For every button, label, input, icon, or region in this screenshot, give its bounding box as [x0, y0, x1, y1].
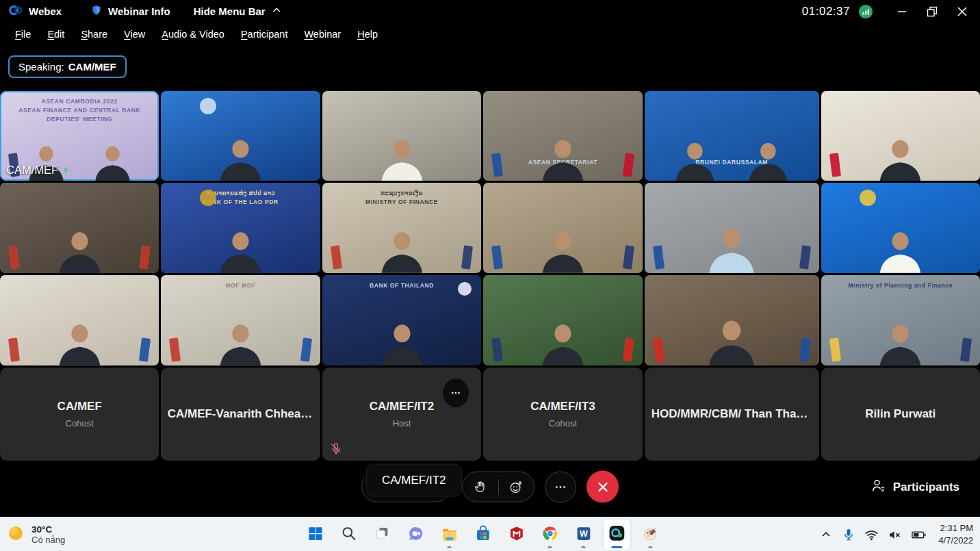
participants-icon [871, 477, 887, 497]
speaking-row: Speaking: CAM/MEF [0, 45, 980, 91]
video-tile-4[interactable]: ASEAN SECRETARIAT [483, 91, 642, 181]
weather-widget[interactable]: 30°C Có nắng [7, 517, 65, 551]
webex-icon [608, 524, 626, 545]
video-tile-6[interactable] [821, 91, 980, 181]
taskbar-clock[interactable]: 2:31 PM 4/7/2022 [938, 522, 973, 546]
mute-button[interactable]: CA/MEF/IT2 [361, 472, 452, 502]
video-tile-9[interactable]: ກະຊວງການເງິນ MINISTRY OF FINANCE [322, 183, 481, 273]
flag-decoration [491, 337, 503, 361]
tile-backdrop-text: BANK OF THAILAND [333, 281, 470, 290]
flag-decoration [491, 245, 503, 269]
participant-name-tile-5[interactable]: HOD/MMR/CBM/ Than Than S… [645, 368, 819, 461]
taskbar-app-start[interactable] [301, 520, 328, 550]
speaker-label-text: CAM/MEF [6, 164, 58, 177]
hide-menu-bar-label: Hide Menu Bar [194, 5, 266, 17]
participant-name: CA/MEF [57, 400, 102, 413]
start-icon [307, 525, 324, 545]
shield-icon [90, 4, 103, 18]
taskbar-app-chrome[interactable] [536, 520, 563, 550]
video-tile-10[interactable] [483, 183, 642, 273]
titlebar: Webex Webinar Info Hide Menu Bar 01:02:3… [0, 0, 980, 23]
active-speaker-label: CAM/MEF [6, 164, 70, 177]
windows-taskbar: 30°C Có nắng W 2:31 PM 4/7/2022 [0, 517, 980, 551]
restore-button[interactable] [918, 2, 946, 21]
video-tile-12[interactable] [821, 183, 980, 273]
flag-decoration [623, 337, 634, 361]
video-tile-14[interactable]: MOF MOF [161, 275, 320, 366]
tile-emblem [860, 190, 876, 206]
speaking-speaker-name: CAM/MEF [68, 61, 116, 73]
muted-mic-icon [329, 441, 343, 455]
app-title: Webex [29, 5, 62, 17]
participant-name-tile-2[interactable]: CA/MEF-Vanarith Chheang [161, 368, 320, 461]
video-tile-3[interactable] [322, 91, 481, 181]
more-options-button[interactable] [545, 471, 576, 502]
participant-name-tile-3[interactable]: CA/MEF/IT2Host [322, 368, 481, 461]
menu-item-webinar[interactable]: Webinar [296, 25, 349, 44]
participant-name: Rilin Purwati [865, 407, 936, 421]
participant-name-tile-1[interactable]: CA/MEFCohost [0, 368, 159, 461]
taskbar-app-paint[interactable] [636, 520, 664, 550]
taskbar-app-webex[interactable] [603, 520, 630, 550]
menu-item-file[interactable]: File [7, 25, 39, 44]
menu-item-participant[interactable]: Participant [233, 25, 296, 44]
video-tile-1[interactable]: ASEAN CAMBODIA 2022 ASEAN FINANCE AND CE… [0, 91, 159, 181]
menu-item-audio-video[interactable]: Audio & Video [153, 25, 233, 44]
hide-menu-bar-button[interactable]: Hide Menu Bar [194, 5, 282, 18]
chevron-up-icon[interactable] [819, 528, 833, 541]
taskbar-app-search[interactable] [335, 520, 362, 550]
video-tile-8[interactable]: ທະນາຄານແຫ່ງ ສປປ ລາວ BANK OF THE LAO PDR [161, 183, 320, 273]
video-tile-11[interactable] [645, 183, 819, 273]
taskbar-app-ms-store[interactable] [469, 520, 496, 550]
tile-more-options-button[interactable] [443, 379, 469, 407]
participant-role: Cohost [549, 418, 577, 428]
reactions-button[interactable] [498, 472, 534, 502]
taskbar-apps: W [301, 517, 664, 551]
menu-item-view[interactable]: View [116, 25, 153, 44]
leave-meeting-button[interactable] [586, 471, 619, 503]
participant-name: CA/MEF/IT3 [530, 400, 595, 413]
webinar-info-button[interactable]: Webinar Info [90, 4, 170, 18]
taskbar-app-word[interactable]: W [569, 520, 597, 550]
weather-condition: Có nắng [31, 535, 65, 545]
participants-button[interactable]: Participants [871, 477, 959, 497]
video-tile-2[interactable] [161, 91, 320, 181]
video-tile-15[interactable]: BANK OF THAILAND [322, 275, 481, 366]
host-name-tooltip: CA/MEF/IT2 [366, 464, 462, 497]
chat-icon [407, 525, 424, 545]
flag-decoration [653, 337, 665, 361]
taskbar-app-mcafee[interactable] [502, 520, 530, 550]
flag-decoration [829, 153, 841, 177]
wifi-icon[interactable] [864, 528, 879, 542]
menu-item-help[interactable]: Help [349, 25, 386, 44]
connection-quality-icon[interactable] [858, 4, 873, 19]
video-tile-13[interactable] [0, 275, 159, 366]
microphone-icon[interactable] [842, 528, 855, 541]
battery-icon[interactable] [911, 527, 927, 543]
flag-decoration [653, 245, 665, 269]
video-tile-16[interactable] [483, 275, 642, 366]
menu-item-share[interactable]: Share [73, 25, 116, 44]
participant-name-tile-6[interactable]: Rilin Purwati [821, 368, 980, 461]
flag-decoration [799, 245, 811, 269]
participant-role: Cohost [66, 418, 94, 428]
taskbar-app-chat[interactable] [402, 520, 429, 550]
flag-decoration [960, 337, 972, 361]
participant-name-tile-4[interactable]: CA/MEF/IT3Cohost [483, 368, 642, 461]
control-bar: CA/MEF/IT2 [0, 461, 980, 515]
participant-name: CA/MEF-Vanarith Chheang [168, 407, 314, 421]
video-tile-18[interactable]: Ministry of Planning and Finance [821, 275, 980, 366]
volume-muted-icon[interactable] [888, 528, 902, 542]
video-tile-7[interactable] [0, 183, 159, 273]
close-button[interactable] [949, 2, 976, 21]
video-tile-17[interactable] [645, 275, 819, 366]
menu-item-edit[interactable]: Edit [39, 25, 73, 44]
video-tile-5[interactable]: BRUNEI DARUSSALAM [645, 91, 819, 181]
raise-hand-button[interactable] [463, 472, 498, 502]
minimize-button[interactable] [888, 2, 916, 21]
file-explorer-icon [441, 525, 458, 545]
paint-icon [642, 525, 659, 545]
taskbar-app-task-view[interactable] [368, 520, 396, 550]
taskbar-app-file-explorer[interactable] [435, 520, 463, 550]
word-icon: W [575, 525, 592, 545]
